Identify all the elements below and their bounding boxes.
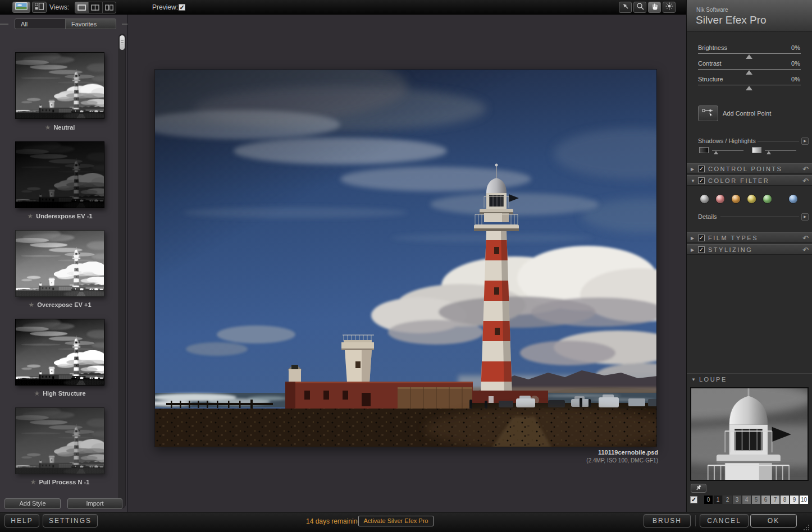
section-film-types[interactable]: ▶ ✓ FILM TYPES ↶ bbox=[687, 232, 812, 243]
cancel-button[interactable]: CANCEL bbox=[700, 514, 749, 528]
expand-arrow-icon[interactable]: ▶ bbox=[691, 247, 694, 253]
select-tool-button[interactable] bbox=[619, 2, 632, 13]
details-expand-button[interactable]: ▶ bbox=[801, 213, 809, 221]
color-filter-green[interactable] bbox=[763, 194, 772, 204]
preset-tabs: All Favorites bbox=[15, 19, 116, 29]
zoom-level-0[interactable]: 0 bbox=[704, 496, 713, 504]
favorite-star-icon[interactable]: ★ bbox=[45, 123, 51, 131]
add-style-button[interactable]: Add Style bbox=[4, 498, 61, 509]
reset-icon[interactable]: ↶ bbox=[802, 246, 809, 254]
color-filter-neutral[interactable] bbox=[700, 194, 709, 204]
scrollbar-thumb[interactable] bbox=[120, 35, 125, 50]
structure-value: 0% bbox=[791, 76, 800, 82]
expand-arrow-icon[interactable]: ▶ bbox=[691, 167, 694, 172]
loupe-view[interactable] bbox=[690, 387, 809, 481]
zoom-level-9[interactable]: 9 bbox=[790, 496, 799, 504]
details-label: Details bbox=[698, 213, 717, 220]
expand-arrow-icon[interactable]: ▶ bbox=[691, 236, 694, 241]
brightness-label: Brightness bbox=[698, 44, 727, 51]
image-filename: 110119cernobile.psd bbox=[598, 449, 658, 456]
favorite-star-icon[interactable]: ★ bbox=[34, 389, 40, 397]
preset-label[interactable]: ★Pull Process N -1 bbox=[15, 478, 104, 486]
color-filter-blue[interactable] bbox=[788, 194, 798, 204]
zoom-level-1[interactable]: 1 bbox=[714, 496, 722, 504]
preset-thumbnail-high-structure[interactable] bbox=[15, 319, 104, 386]
zoom-level-2[interactable]: 2 bbox=[723, 496, 732, 504]
color-filter-label: COLOR FILTER bbox=[708, 177, 769, 184]
zoom-level-10[interactable]: 10 bbox=[800, 496, 808, 504]
ok-button[interactable]: OK bbox=[750, 514, 797, 528]
section-stylizing[interactable]: ▶ ✓ STYLIZING ↶ bbox=[687, 244, 812, 255]
loupe-pin-button[interactable] bbox=[691, 484, 706, 493]
brightness-slider-track[interactable] bbox=[698, 53, 801, 54]
stylizing-checkbox[interactable]: ✓ bbox=[698, 246, 705, 253]
zoom-level-4[interactable]: 4 bbox=[742, 496, 751, 504]
photo-icon bbox=[15, 2, 28, 12]
preset-label[interactable]: ★Neutral bbox=[15, 123, 104, 131]
preset-scrollbar[interactable] bbox=[118, 34, 126, 508]
preset-label[interactable]: ★High Structure bbox=[15, 389, 104, 397]
color-filter-checkbox[interactable]: ✓ bbox=[698, 177, 705, 184]
preview-image[interactable] bbox=[154, 69, 657, 447]
shadows-highlights-expand-button[interactable]: ▶ bbox=[801, 137, 809, 145]
color-filter-red[interactable] bbox=[715, 194, 725, 204]
contrast-slider-handle[interactable] bbox=[746, 70, 752, 75]
brightness-slider-handle[interactable] bbox=[746, 54, 752, 59]
control-points-label: CONTROL POINTS bbox=[708, 166, 782, 172]
brush-button[interactable]: BRUSH bbox=[644, 514, 691, 528]
preview-checkbox[interactable]: ✓ bbox=[179, 4, 185, 11]
tab-all[interactable]: All bbox=[15, 19, 66, 29]
structure-slider-handle[interactable] bbox=[746, 86, 752, 90]
settings-button[interactable]: SETTINGS bbox=[43, 514, 98, 528]
preset-label[interactable]: ★Underexpose EV -1 bbox=[15, 212, 104, 220]
single-view-button[interactable] bbox=[75, 2, 89, 13]
favorite-star-icon[interactable]: ★ bbox=[28, 301, 34, 309]
cursor-arrow-icon bbox=[622, 2, 629, 12]
add-control-point-button[interactable] bbox=[698, 106, 718, 121]
zoom-level-7[interactable]: 7 bbox=[771, 496, 779, 504]
preset-thumbnail-underexpose[interactable] bbox=[15, 141, 104, 208]
loupe-zoom-checkbox[interactable]: ✓ bbox=[690, 496, 697, 503]
zoom-level-8[interactable]: 8 bbox=[781, 496, 789, 504]
import-button[interactable]: Import bbox=[67, 498, 122, 509]
help-button[interactable]: HELP bbox=[4, 514, 39, 528]
section-color-filter[interactable]: ▼ ✓ COLOR FILTER ↶ bbox=[687, 175, 812, 186]
shadows-slider-handle[interactable] bbox=[714, 151, 718, 154]
preset-thumbnail-overexpose[interactable] bbox=[15, 230, 104, 297]
favorite-star-icon[interactable]: ★ bbox=[30, 478, 37, 486]
film-types-checkbox[interactable]: ✓ bbox=[698, 235, 705, 241]
pan-tool-button[interactable] bbox=[648, 2, 661, 13]
zoom-level-5[interactable]: 5 bbox=[752, 496, 760, 504]
section-control-points[interactable]: ▶ ✓ CONTROL POINTS ↶ bbox=[687, 163, 812, 174]
favorite-star-icon[interactable]: ★ bbox=[27, 212, 33, 220]
preset-thumbnail-pull-process[interactable] bbox=[15, 407, 104, 474]
background-brightness-button[interactable] bbox=[663, 2, 676, 13]
shadows-highlights-label: Shadows / Highlights bbox=[698, 137, 756, 144]
reset-icon[interactable]: ↶ bbox=[802, 177, 809, 185]
zoom-level-3[interactable]: 3 bbox=[733, 496, 741, 504]
highlights-slider-handle[interactable] bbox=[767, 151, 771, 154]
thumbnail-view-button[interactable] bbox=[12, 2, 30, 13]
preset-thumbnail-neutral[interactable] bbox=[15, 52, 104, 119]
reset-icon[interactable]: ↶ bbox=[802, 234, 809, 242]
control-point-icon bbox=[701, 107, 715, 120]
color-filter-yellow[interactable] bbox=[747, 194, 756, 204]
highlights-swatch bbox=[752, 147, 761, 153]
activate-button[interactable]: Activate Silver Efex Pro bbox=[358, 516, 434, 526]
zoom-tool-button[interactable] bbox=[633, 2, 646, 13]
preset-label[interactable]: ★Overexpose EV +1 bbox=[15, 301, 104, 309]
resize-grip[interactable] bbox=[802, 524, 809, 530]
loupe-collapse-icon[interactable]: ▼ bbox=[691, 377, 696, 382]
contrast-slider-track[interactable] bbox=[698, 69, 801, 70]
divider bbox=[720, 217, 799, 217]
tab-favorites[interactable]: Favorites bbox=[66, 19, 116, 29]
grid-view-button[interactable] bbox=[32, 2, 47, 13]
collapse-arrow-icon[interactable]: ▼ bbox=[691, 178, 695, 184]
color-filter-orange[interactable] bbox=[731, 194, 741, 204]
control-points-checkbox[interactable]: ✓ bbox=[698, 166, 705, 172]
reset-icon[interactable]: ↶ bbox=[802, 165, 809, 173]
zoom-level-6[interactable]: 6 bbox=[761, 496, 770, 504]
side-by-side-view-button[interactable] bbox=[103, 2, 116, 13]
structure-slider-track[interactable] bbox=[698, 85, 801, 85]
split-view-button[interactable] bbox=[89, 2, 102, 13]
